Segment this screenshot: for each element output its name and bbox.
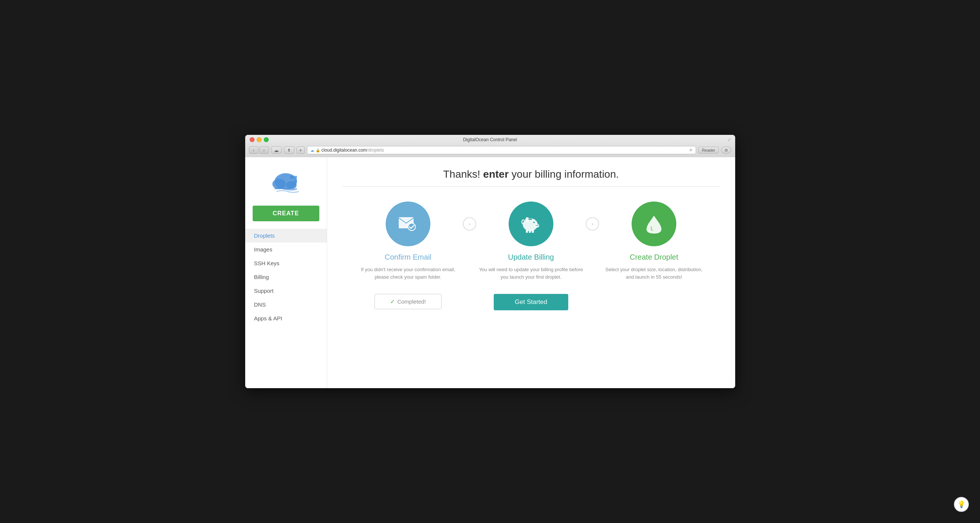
sidebar-item-billing[interactable]: Billing: [245, 270, 327, 284]
completed-label: Completed!: [397, 298, 426, 305]
piggy-bank-icon: [520, 213, 542, 235]
completed-button: ✓ Completed!: [374, 294, 442, 309]
sidebar-item-ssh-keys[interactable]: SSH Keys: [245, 256, 327, 270]
svg-point-13: [533, 222, 535, 223]
svg-point-11: [537, 225, 538, 226]
address-bar-text: cloud.digitalocean.com/droplets: [321, 148, 384, 153]
page-title: Thanks! enter your billing information.: [342, 169, 720, 180]
main-content: Thanks! enter your billing information.: [327, 157, 735, 388]
create-droplet-title: Create Droplet: [630, 253, 678, 262]
browser-titlebar: DigitalOcean Control Panel ⤢ ‹ › ☁ ⬆ + ☁…: [245, 135, 735, 157]
close-window-button[interactable]: [250, 137, 255, 142]
window-controls: [250, 137, 269, 142]
header-divider: [342, 186, 720, 187]
cloud-icon[interactable]: ☁: [271, 146, 282, 154]
ssl-lock-icon: 🔒: [316, 148, 320, 153]
update-billing-title: Update Billing: [508, 253, 554, 262]
browser-title: DigitalOcean Control Panel: [463, 137, 517, 142]
maximize-window-button[interactable]: [264, 137, 269, 142]
confirm-email-desc: If you didn't receive your confirmation …: [356, 266, 460, 286]
billing-icon-circle: [509, 202, 554, 246]
help-button[interactable]: 💡: [954, 497, 969, 512]
back-button[interactable]: ‹: [249, 146, 259, 154]
steps-container: Confirm Email If you didn't receive your…: [342, 202, 720, 310]
page-content: CREATE DropletsImagesSSH KeysBillingSupp…: [245, 157, 735, 388]
sidebar: CREATE DropletsImagesSSH KeysBillingSupp…: [245, 157, 327, 388]
create-droplet-desc: Select your droplet size, location, dist…: [602, 266, 706, 286]
check-icon: ✓: [390, 298, 395, 305]
step-confirm-email: Confirm Email If you didn't receive your…: [356, 202, 460, 309]
step-arrow-2: ›: [583, 202, 602, 246]
svg-rect-17: [532, 230, 534, 233]
browser-title-row: DigitalOcean Control Panel ⤢: [245, 135, 735, 145]
digitalocean-logo: [263, 169, 308, 198]
lightbulb-icon: 💡: [957, 500, 966, 509]
fullscreen-icon[interactable]: ⤢: [727, 137, 731, 142]
extensions-button[interactable]: ⚙: [721, 146, 732, 154]
sidebar-item-support[interactable]: Support: [245, 284, 327, 297]
sidebar-item-droplets[interactable]: Droplets: [245, 229, 327, 243]
page-header: Thanks! enter your billing information.: [342, 169, 720, 180]
arrow-circle-1: ›: [463, 217, 476, 231]
sidebar-item-dns[interactable]: DNS: [245, 297, 327, 312]
step-arrow-1: ›: [460, 202, 479, 246]
forward-button[interactable]: ›: [259, 146, 269, 154]
svg-rect-16: [529, 230, 531, 233]
logo-area: [245, 165, 327, 206]
minimize-window-button[interactable]: [257, 137, 262, 142]
nav-items-container: DropletsImagesSSH KeysBillingSupportDNSA…: [245, 229, 327, 325]
confirm-email-title: Confirm Email: [385, 253, 431, 262]
svg-point-10: [536, 225, 537, 226]
svg-rect-14: [528, 219, 532, 220]
nav-buttons: ‹ ›: [249, 146, 269, 154]
confirm-email-icon-circle: [386, 202, 430, 246]
step-create-droplet: Create Droplet Select your droplet size,…: [602, 202, 706, 294]
update-billing-desc: You will need to update your billing pro…: [479, 266, 583, 286]
site-favicon: ☁: [310, 148, 314, 153]
svg-rect-5: [294, 180, 297, 183]
get-started-button[interactable]: Get Started: [494, 294, 568, 310]
svg-rect-3: [290, 176, 293, 179]
arrow-circle-2: ›: [586, 217, 599, 231]
droplet-icon-circle: [632, 202, 676, 246]
address-bar[interactable]: ☁ 🔒 cloud.digitalocean.com/droplets ✕: [307, 146, 697, 154]
droplet-icon: [643, 213, 665, 235]
reader-button[interactable]: Reader: [698, 147, 718, 153]
share-button[interactable]: ⬆: [284, 146, 294, 154]
sidebar-item-apps-api[interactable]: Apps & API: [245, 312, 327, 325]
svg-rect-4: [294, 176, 297, 179]
svg-point-9: [535, 224, 539, 227]
sidebar-item-images[interactable]: Images: [245, 243, 327, 256]
email-icon: [397, 213, 419, 235]
clear-address-icon[interactable]: ✕: [689, 148, 693, 153]
browser-toolbar: ‹ › ☁ ⬆ + ☁ 🔒 cloud.digitalocean.com/dro…: [245, 145, 735, 157]
add-tab-button[interactable]: +: [297, 146, 305, 154]
create-button[interactable]: CREATE: [253, 206, 319, 221]
step-update-billing: Update Billing You will need to update y…: [479, 202, 583, 310]
browser-window: DigitalOcean Control Panel ⤢ ‹ › ☁ ⬆ + ☁…: [245, 135, 735, 388]
svg-rect-15: [526, 230, 528, 233]
